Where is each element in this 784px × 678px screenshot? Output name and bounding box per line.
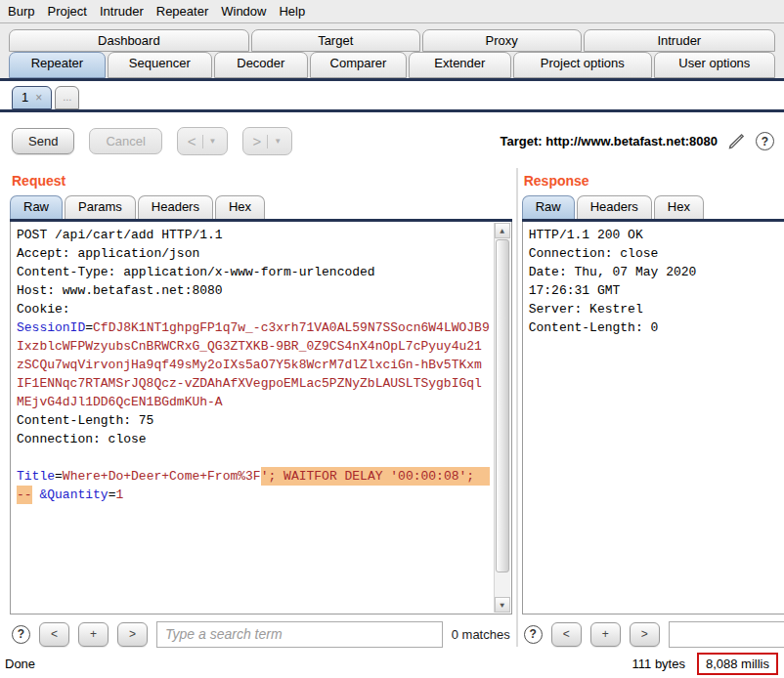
editor-line: POST /api/cart/add HTTP/1.1 — [17, 226, 490, 244]
left-arrow-icon: < — [188, 133, 196, 149]
tab-row-top: DashboardTargetProxyIntruder — [9, 29, 775, 52]
prev-request-button[interactable]: < ▼ — [177, 127, 228, 155]
request-tab-params[interactable]: Params — [65, 195, 136, 219]
tab-sequencer[interactable]: Sequencer — [108, 52, 212, 78]
button-divider — [202, 135, 203, 148]
menu-item-repeater[interactable]: Repeater — [156, 4, 208, 19]
editor-line: Title=Where+Do+Deer+Come+From%3F'; WAITF… — [17, 467, 490, 486]
tab-project-options[interactable]: Project options — [513, 52, 652, 78]
editor-line: HTTP/1.1 200 OK — [529, 226, 784, 244]
repeater-tab-more[interactable]: ... — [55, 86, 79, 109]
target-url: http://www.betafast.net:8080 — [545, 134, 718, 148]
tab-extender[interactable]: Extender — [409, 52, 511, 78]
editor-line: IxzblcWFPWzyubsCnBRWCRxG_QG3ZTXKB-9BR_0Z… — [17, 337, 490, 356]
response-editor-tabs: RawHeadersHex — [522, 196, 784, 222]
repeater-tab-1[interactable]: 1 × — [12, 86, 52, 109]
response-editor-lines: HTTP/1.1 200 OKConnection: closeDate: Th… — [529, 226, 784, 337]
scroll-up-icon[interactable]: ▲ — [495, 223, 510, 238]
next-request-button[interactable]: > ▼ — [242, 127, 293, 155]
editor-line: Cookie: — [17, 300, 490, 318]
editor-line: Content-Length: 75 — [17, 411, 490, 430]
editor-line: zSCQu7wqVirvonjHa9qf49sMy2oIXs5aO7Y5k8Wc… — [17, 356, 490, 374]
editor-line: Connection: close — [529, 244, 784, 263]
tab-dashboard[interactable]: Dashboard — [9, 29, 249, 52]
target-prefix: Target: — [501, 134, 546, 148]
chevron-down-icon: ▼ — [274, 137, 282, 146]
editor-line: Content-Length: 0 — [529, 318, 784, 337]
menu-item-window[interactable]: Window — [221, 4, 266, 19]
editor-line: Host: www.betafast.net:8080 — [17, 281, 490, 300]
request-pane: Request RawParamsHeadersHex POST /api/ca… — [10, 164, 512, 651]
response-time-highlight: 8,088 millis — [697, 653, 778, 675]
editor-line: Connection: close — [17, 430, 490, 448]
status-text: Done — [5, 657, 35, 671]
editor-line: MEjvG4dJl1DD6QcEN1BGdmKUh-A — [17, 393, 490, 411]
request-editor-tabs: RawParamsHeadersHex — [10, 196, 512, 222]
editor-line: SessionID=CfDJ8K1NT1ghpgFP1q7w_-c3xrh71V… — [17, 318, 490, 337]
editor-line — [17, 448, 490, 467]
right-arrow-icon: > — [253, 133, 262, 149]
help-icon[interactable]: ? — [756, 132, 774, 150]
tab-proxy[interactable]: Proxy — [422, 29, 582, 52]
response-tab-headers[interactable]: Headers — [577, 195, 652, 219]
request-search-input[interactable] — [156, 621, 443, 648]
menu-item-project[interactable]: Project — [47, 4, 86, 19]
editor-line: Accept: application/json — [17, 244, 490, 263]
menu-item-intruder[interactable]: Intruder — [100, 4, 144, 19]
scroll-down-icon[interactable]: ▼ — [495, 597, 510, 613]
repeater-tab-1-label: 1 — [22, 90, 28, 105]
tab-target[interactable]: Target — [251, 29, 420, 52]
response-tab-raw[interactable]: Raw — [522, 195, 575, 219]
response-search-input[interactable] — [669, 621, 784, 648]
editor-line: Content-Type: application/x-www-form-url… — [17, 263, 490, 281]
repeater-toolbar: Send Cancel < ▼ > ▼ Target: http://www.b… — [0, 112, 784, 164]
search-prev-button[interactable]: < — [551, 622, 582, 647]
edit-pencil-icon[interactable] — [726, 131, 747, 151]
main-tabs-area: DashboardTargetProxyIntruder RepeaterSeq… — [0, 23, 784, 78]
editor-line: -- &Quantity=1 — [17, 486, 490, 504]
menu-bar: BurpProjectIntruderRepeaterWindowHelp — [0, 0, 784, 23]
send-button[interactable]: Send — [12, 128, 74, 154]
search-next-button[interactable]: > — [630, 622, 660, 647]
tab-decoder[interactable]: Decoder — [214, 52, 308, 78]
tab-user-options[interactable]: User options — [654, 52, 775, 78]
request-title: Request — [12, 173, 512, 189]
search-add-button[interactable]: + — [78, 622, 109, 647]
request-scrollbar-thumb[interactable] — [496, 239, 509, 572]
status-metrics: 111 bytes 8,088 millis — [632, 653, 778, 675]
search-add-button[interactable]: + — [590, 622, 621, 647]
request-search-row: ? < + > 0 matches — [10, 614, 512, 652]
response-search-row: ? < + > 0 matches — [522, 614, 784, 652]
request-scrollbar-track[interactable] — [495, 238, 510, 597]
target-label: Target: http://www.betafast.net:8080 — [501, 134, 719, 148]
response-tab-hex[interactable]: Hex — [654, 195, 704, 219]
response-bytes: 111 bytes — [632, 657, 685, 671]
help-icon[interactable]: ? — [524, 625, 543, 644]
request-scrollbar[interactable]: ▲ ▼ — [494, 223, 510, 613]
response-title: Response — [524, 173, 784, 189]
pane-divider[interactable] — [516, 168, 518, 647]
tab-row-bottom: RepeaterSequencerDecoderComparerExtender… — [9, 52, 775, 78]
search-next-button[interactable]: > — [117, 622, 148, 647]
response-editor[interactable]: HTTP/1.1 200 OKConnection: closeDate: Th… — [522, 222, 784, 614]
editor-line: Date: Thu, 07 May 2020 — [529, 263, 784, 281]
menu-item-burp[interactable]: Burp — [8, 4, 34, 19]
help-icon[interactable]: ? — [12, 625, 30, 644]
search-prev-button[interactable]: < — [39, 622, 69, 647]
status-bar: Done 111 bytes 8,088 millis — [0, 651, 784, 678]
close-icon[interactable]: × — [35, 91, 42, 105]
tab-intruder[interactable]: Intruder — [584, 29, 775, 52]
tab-comparer[interactable]: Comparer — [310, 52, 407, 78]
menu-item-help[interactable]: Help — [279, 4, 305, 19]
editor-line: 17:26:31 GMT — [529, 281, 784, 300]
request-tab-headers[interactable]: Headers — [138, 195, 213, 219]
cancel-button[interactable]: Cancel — [89, 128, 161, 154]
request-editor[interactable]: POST /api/cart/add HTTP/1.1Accept: appli… — [10, 222, 512, 614]
editor-line: IF1ENNqc7RTAMSrJQ8Qcz-vZDAhAfXVegpoEMLac… — [17, 374, 490, 393]
chevron-down-icon: ▼ — [209, 137, 217, 146]
request-tab-raw[interactable]: Raw — [10, 195, 63, 219]
tab-repeater[interactable]: Repeater — [9, 52, 106, 78]
request-tab-hex[interactable]: Hex — [215, 195, 265, 219]
request-match-count: 0 matches — [452, 627, 510, 642]
request-editor-lines: POST /api/cart/add HTTP/1.1Accept: appli… — [17, 226, 490, 504]
